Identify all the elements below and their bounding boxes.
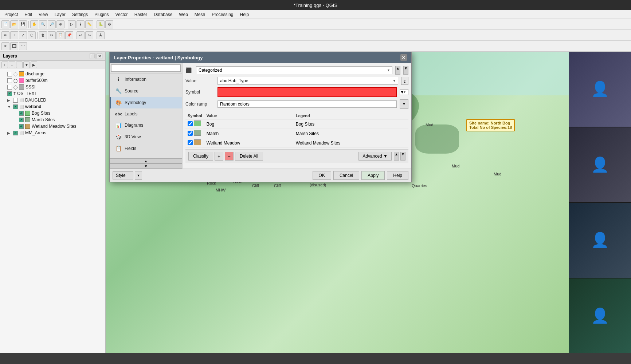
undo-btn[interactable]: ↩ [77, 31, 85, 39]
layer-expand-mm-areas[interactable]: ▶ [7, 131, 12, 135]
copy-btn[interactable]: 📋 [56, 31, 64, 39]
save-btn[interactable]: 💾 [19, 20, 27, 28]
identify-btn[interactable]: ℹ [77, 20, 85, 28]
menu-item-plugins[interactable]: Plugins [91, 11, 111, 18]
layer-cb-wetland[interactable]: ✓ [13, 104, 18, 109]
value-expression-btn[interactable]: ε [401, 77, 408, 85]
layer-item-bog-sites[interactable]: ✓ Bog Sites [0, 110, 105, 116]
help-btn[interactable]: Help [387, 171, 408, 180]
layer-item-wetland[interactable]: ▼ ✓ ⬜ wetland [0, 103, 105, 110]
add-feature-btn[interactable]: + [10, 31, 18, 39]
snap-btn[interactable]: 🔲 [10, 42, 18, 50]
layer-item-daugled[interactable]: ▶ ⬜ DAUGLED [0, 97, 105, 103]
props-nav-information[interactable]: ℹ Information [110, 74, 182, 85]
trace-btn[interactable]: 〰 [19, 42, 27, 50]
sidebar-scroll-up[interactable]: ▲ [110, 158, 182, 163]
symbol-select[interactable]: ▼ [400, 89, 408, 95]
layer-cb-buffer500m[interactable] [7, 78, 12, 83]
style-select[interactable]: Style [113, 171, 133, 179]
select-btn[interactable]: ▷ [68, 20, 76, 28]
layers-restore-btn[interactable]: ⬜ [90, 53, 95, 59]
zoom-extent-btn[interactable]: ⊕ [56, 20, 64, 28]
layer-expand-wetland[interactable]: ▼ [7, 105, 12, 109]
layer-cb-bog-sites[interactable]: ✓ [19, 111, 24, 116]
python-btn[interactable]: 🐍 [97, 20, 105, 28]
layer-item-marsh-sites[interactable]: ✓ Marsh Sites [0, 116, 105, 123]
sym-cb-marsh[interactable] [188, 131, 193, 136]
menu-item-settings[interactable]: Settings [69, 11, 91, 18]
menu-item-database[interactable]: Database [151, 11, 175, 18]
layer-cb-sssi[interactable] [7, 85, 12, 90]
measure-btn[interactable]: 📏 [85, 20, 93, 28]
edit-btn[interactable]: ✏ [1, 31, 9, 39]
menu-item-processing[interactable]: Processing [209, 11, 236, 18]
layer-cb-wetland-meadow[interactable]: ✓ [19, 124, 24, 129]
redo-btn[interactable]: ↪ [85, 31, 93, 39]
props-nav-source[interactable]: 🔧 Source [110, 85, 182, 97]
renderer-scroll-down[interactable]: ▼ [403, 66, 408, 75]
props-nav-diagrams[interactable]: 📊 Diagrams [110, 119, 182, 131]
advanced-btn[interactable]: Advanced ▼ [358, 152, 392, 161]
pan-btn[interactable]: ✋ [30, 20, 38, 28]
processing-btn[interactable]: ⚙ [105, 20, 113, 28]
sym-cb-bog[interactable] [188, 121, 193, 126]
menu-item-vector[interactable]: Vector [113, 11, 131, 18]
expand-all-btn[interactable]: ▼ [23, 62, 30, 68]
filter-btn[interactable]: ⋯ [16, 62, 23, 68]
remove-layer-btn[interactable]: - [9, 62, 15, 68]
renderer-select[interactable]: Categorized [196, 66, 392, 74]
menu-item-edit[interactable]: Edit [21, 11, 35, 18]
menu-item-mesh[interactable]: Mesh [192, 11, 208, 18]
layer-item-sssi[interactable]: ◯ SSSI [0, 84, 105, 90]
props-nav-symbology[interactable]: 🎨 Symbology [110, 97, 182, 108]
color-ramp-preview[interactable]: Random colors [217, 100, 397, 108]
props-nav-3dview[interactable]: 🎲 3D View [110, 131, 182, 143]
actions-scroll-up[interactable]: ▲ [394, 152, 399, 161]
layer-cb-os-text[interactable]: ✓ [7, 91, 12, 96]
map-area[interactable]: Site name: Carew MarshTotal No of Specie… [106, 52, 569, 353]
sym-cb-wetland-meadow[interactable] [188, 140, 193, 145]
layer-cb-discharge[interactable] [7, 72, 12, 76]
props-nav-labels[interactable]: abc Labels [110, 108, 182, 119]
menu-item-project[interactable]: Project [1, 11, 21, 18]
props-nav-fields[interactable]: 📋 Fields [110, 143, 182, 154]
color-ramp-dropdown-btn[interactable]: ▼ [400, 99, 408, 109]
layer-item-mm-areas[interactable]: ▶ ✓ ⬜ MM_Areas [0, 130, 105, 136]
ok-btn[interactable]: OK [313, 171, 331, 180]
sidebar-scroll-down[interactable]: ▼ [110, 163, 182, 169]
layer-item-os-text[interactable]: ✓ T OS_TEXT [0, 90, 105, 97]
move-feature-btn[interactable]: ⤢ [19, 31, 27, 39]
add-category-btn[interactable]: + [215, 152, 223, 161]
node-tool-btn[interactable]: ⬡ [28, 31, 36, 39]
menu-item-web[interactable]: Web [176, 11, 191, 18]
layer-cb-marsh-sites[interactable]: ✓ [19, 118, 24, 122]
layer-item-buffer500m[interactable]: ◯ buffer500m [0, 77, 105, 84]
label-btn[interactable]: A [97, 31, 105, 39]
layer-expand-daugled[interactable]: ▶ [7, 98, 12, 102]
symbol-preview[interactable] [217, 87, 397, 97]
layer-cb-daugled[interactable] [13, 98, 18, 103]
symbol-dropdown[interactable]: ▼ [400, 89, 408, 95]
classify-btn[interactable]: Classify [188, 152, 213, 161]
layer-item-wetland-meadow[interactable]: ✓ Wetland Meadow Sites [0, 123, 105, 130]
layers-close-btn[interactable]: ✕ [97, 53, 102, 59]
menu-item-raster[interactable]: Raster [132, 11, 150, 18]
style-dropdown-btn[interactable]: ▼ [135, 171, 142, 180]
renderer-scroll-up[interactable]: ▲ [395, 66, 400, 75]
menu-item-layer[interactable]: Layer [52, 11, 68, 18]
collapse-all-btn[interactable]: ▶ [31, 62, 37, 68]
zoom-out-btn[interactable]: 🔎 [48, 20, 56, 28]
layer-props-close-btn[interactable]: ✕ [400, 54, 407, 61]
new-project-btn[interactable]: 📄 [1, 20, 9, 28]
delete-all-btn[interactable]: Delete All [235, 152, 263, 161]
cancel-btn[interactable]: Cancel [333, 171, 359, 180]
layer-cb-mm-areas[interactable]: ✓ [13, 131, 18, 135]
apply-btn[interactable]: Apply [361, 171, 385, 180]
delete-btn[interactable]: 🗑 [39, 31, 47, 39]
remove-category-btn[interactable]: − [225, 152, 234, 161]
layer-item-discharge[interactable]: ◯ discharge [0, 71, 105, 77]
actions-scroll-down[interactable]: ▼ [400, 152, 405, 161]
value-select[interactable]: abc Hab_Type [217, 77, 398, 85]
paste-btn[interactable]: 📌 [65, 31, 73, 39]
menu-item-help[interactable]: Help [237, 11, 252, 18]
